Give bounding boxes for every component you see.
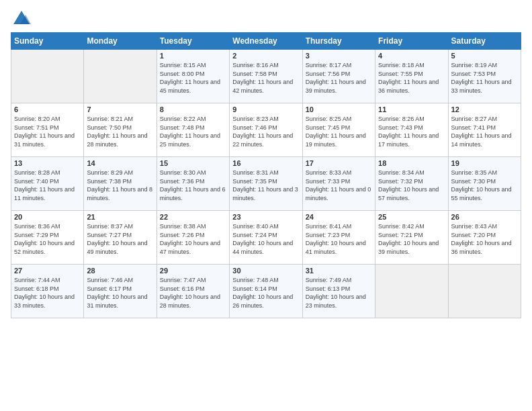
day-cell: 16Sunrise: 8:31 AM Sunset: 7:35 PM Dayli…: [230, 157, 302, 211]
day-number: 29: [160, 267, 226, 275]
day-cell: 20Sunrise: 8:36 AM Sunset: 7:29 PM Dayli…: [11, 211, 84, 265]
day-detail: Sunrise: 8:28 AM Sunset: 7:40 PM Dayligh…: [14, 169, 81, 202]
day-number: 8: [160, 105, 226, 113]
day-detail: Sunrise: 8:34 AM Sunset: 7:32 PM Dayligh…: [378, 169, 445, 202]
day-cell: 3Sunrise: 8:17 AM Sunset: 7:56 PM Daylig…: [302, 50, 375, 103]
day-detail: Sunrise: 8:30 AM Sunset: 7:36 PM Dayligh…: [160, 169, 226, 202]
column-header-sunday: Sunday: [11, 33, 84, 50]
day-detail: Sunrise: 8:42 AM Sunset: 7:21 PM Dayligh…: [378, 222, 445, 256]
day-detail: Sunrise: 7:47 AM Sunset: 6:16 PM Dayligh…: [160, 276, 226, 310]
day-cell: 7Sunrise: 8:21 AM Sunset: 7:50 PM Daylig…: [84, 103, 157, 157]
day-number: 22: [160, 213, 226, 221]
day-cell: 2Sunrise: 8:16 AM Sunset: 7:58 PM Daylig…: [230, 50, 302, 103]
day-cell: 24Sunrise: 8:41 AM Sunset: 7:23 PM Dayli…: [302, 211, 375, 265]
logo-icon: [12, 9, 31, 28]
calendar-page: SundayMondayTuesdayWednesdayThursdayFrid…: [0, 0, 532, 411]
day-detail: Sunrise: 8:17 AM Sunset: 7:56 PM Dayligh…: [306, 61, 372, 95]
day-detail: Sunrise: 8:33 AM Sunset: 7:33 PM Dayligh…: [306, 169, 372, 202]
day-detail: Sunrise: 8:20 AM Sunset: 7:51 PM Dayligh…: [14, 115, 81, 148]
day-number: 23: [232, 213, 299, 221]
day-detail: Sunrise: 8:26 AM Sunset: 7:43 PM Dayligh…: [378, 115, 445, 148]
day-detail: Sunrise: 8:29 AM Sunset: 7:38 PM Dayligh…: [87, 169, 153, 202]
day-detail: Sunrise: 8:40 AM Sunset: 7:24 PM Dayligh…: [232, 222, 299, 256]
day-detail: Sunrise: 8:41 AM Sunset: 7:23 PM Dayligh…: [306, 222, 372, 256]
day-cell: 12Sunrise: 8:27 AM Sunset: 7:41 PM Dayli…: [448, 103, 521, 157]
day-cell: 15Sunrise: 8:30 AM Sunset: 7:36 PM Dayli…: [157, 157, 229, 211]
day-cell: [448, 265, 521, 318]
day-number: 26: [451, 213, 518, 221]
day-number: 20: [14, 213, 81, 221]
header-row: SundayMondayTuesdayWednesdayThursdayFrid…: [11, 33, 521, 50]
day-cell: 8Sunrise: 8:22 AM Sunset: 7:48 PM Daylig…: [157, 103, 229, 157]
day-cell: [84, 50, 157, 103]
week-row-2: 6Sunrise: 8:20 AM Sunset: 7:51 PM Daylig…: [11, 103, 521, 157]
day-number: 14: [87, 159, 153, 167]
day-detail: Sunrise: 8:43 AM Sunset: 7:20 PM Dayligh…: [451, 222, 518, 256]
day-detail: Sunrise: 8:37 AM Sunset: 7:27 PM Dayligh…: [87, 222, 153, 256]
header: [11, 8, 521, 28]
column-header-saturday: Saturday: [448, 33, 521, 50]
column-header-thursday: Thursday: [302, 33, 375, 50]
day-number: 27: [14, 267, 81, 275]
day-detail: Sunrise: 8:27 AM Sunset: 7:41 PM Dayligh…: [451, 115, 518, 148]
day-detail: Sunrise: 8:25 AM Sunset: 7:45 PM Dayligh…: [306, 115, 372, 148]
day-number: 30: [232, 267, 299, 275]
day-number: 25: [378, 213, 445, 221]
day-detail: Sunrise: 8:18 AM Sunset: 7:55 PM Dayligh…: [378, 61, 445, 95]
day-cell: 19Sunrise: 8:35 AM Sunset: 7:30 PM Dayli…: [448, 157, 521, 211]
week-row-1: 1Sunrise: 8:15 AM Sunset: 8:00 PM Daylig…: [11, 50, 521, 103]
day-cell: 1Sunrise: 8:15 AM Sunset: 8:00 PM Daylig…: [157, 50, 229, 103]
day-detail: Sunrise: 8:22 AM Sunset: 7:48 PM Dayligh…: [160, 115, 226, 148]
day-detail: Sunrise: 7:46 AM Sunset: 6:17 PM Dayligh…: [87, 276, 153, 310]
day-cell: [375, 265, 448, 318]
week-row-4: 20Sunrise: 8:36 AM Sunset: 7:29 PM Dayli…: [11, 211, 521, 265]
day-detail: Sunrise: 8:38 AM Sunset: 7:26 PM Dayligh…: [160, 222, 226, 256]
week-row-3: 13Sunrise: 8:28 AM Sunset: 7:40 PM Dayli…: [11, 157, 521, 211]
day-detail: Sunrise: 8:15 AM Sunset: 8:00 PM Dayligh…: [160, 61, 226, 95]
day-number: 2: [232, 52, 299, 60]
day-cell: 6Sunrise: 8:20 AM Sunset: 7:51 PM Daylig…: [11, 103, 84, 157]
day-number: 17: [306, 159, 372, 167]
day-cell: 25Sunrise: 8:42 AM Sunset: 7:21 PM Dayli…: [375, 211, 448, 265]
day-number: 24: [306, 213, 372, 221]
column-header-wednesday: Wednesday: [230, 33, 302, 50]
day-cell: 31Sunrise: 7:49 AM Sunset: 6:13 PM Dayli…: [302, 265, 375, 318]
day-detail: Sunrise: 8:16 AM Sunset: 7:58 PM Dayligh…: [232, 61, 299, 95]
day-cell: 22Sunrise: 8:38 AM Sunset: 7:26 PM Dayli…: [157, 211, 229, 265]
day-cell: 9Sunrise: 8:23 AM Sunset: 7:46 PM Daylig…: [230, 103, 302, 157]
day-cell: 17Sunrise: 8:33 AM Sunset: 7:33 PM Dayli…: [302, 157, 375, 211]
day-number: 28: [87, 267, 153, 275]
day-number: 4: [378, 52, 445, 60]
day-number: 12: [451, 105, 518, 113]
column-header-friday: Friday: [375, 33, 448, 50]
column-header-monday: Monday: [84, 33, 157, 50]
day-cell: 29Sunrise: 7:47 AM Sunset: 6:16 PM Dayli…: [157, 265, 229, 318]
day-detail: Sunrise: 8:23 AM Sunset: 7:46 PM Dayligh…: [232, 115, 299, 148]
day-cell: 26Sunrise: 8:43 AM Sunset: 7:20 PM Dayli…: [448, 211, 521, 265]
day-number: 31: [306, 267, 372, 275]
column-header-tuesday: Tuesday: [157, 33, 229, 50]
week-row-5: 27Sunrise: 7:44 AM Sunset: 6:18 PM Dayli…: [11, 265, 521, 318]
day-cell: 21Sunrise: 8:37 AM Sunset: 7:27 PM Dayli…: [84, 211, 157, 265]
day-detail: Sunrise: 8:35 AM Sunset: 7:30 PM Dayligh…: [451, 169, 518, 202]
day-cell: 18Sunrise: 8:34 AM Sunset: 7:32 PM Dayli…: [375, 157, 448, 211]
day-detail: Sunrise: 7:48 AM Sunset: 6:14 PM Dayligh…: [232, 276, 299, 310]
day-detail: Sunrise: 7:44 AM Sunset: 6:18 PM Dayligh…: [14, 276, 81, 310]
day-number: 10: [306, 105, 372, 113]
day-number: 3: [306, 52, 372, 60]
day-cell: 10Sunrise: 8:25 AM Sunset: 7:45 PM Dayli…: [302, 103, 375, 157]
day-cell: 23Sunrise: 8:40 AM Sunset: 7:24 PM Dayli…: [230, 211, 302, 265]
day-detail: Sunrise: 8:21 AM Sunset: 7:50 PM Dayligh…: [87, 115, 153, 148]
day-number: 9: [232, 105, 299, 113]
day-number: 6: [14, 105, 81, 113]
day-number: 18: [378, 159, 445, 167]
day-number: 15: [160, 159, 226, 167]
day-detail: Sunrise: 8:31 AM Sunset: 7:35 PM Dayligh…: [232, 169, 299, 202]
day-number: 21: [87, 213, 153, 221]
day-cell: 14Sunrise: 8:29 AM Sunset: 7:38 PM Dayli…: [84, 157, 157, 211]
day-number: 16: [232, 159, 299, 167]
day-cell: 27Sunrise: 7:44 AM Sunset: 6:18 PM Dayli…: [11, 265, 84, 318]
calendar-table: SundayMondayTuesdayWednesdayThursdayFrid…: [11, 32, 521, 318]
day-cell: [11, 50, 84, 103]
day-detail: Sunrise: 8:19 AM Sunset: 7:53 PM Dayligh…: [451, 61, 518, 95]
